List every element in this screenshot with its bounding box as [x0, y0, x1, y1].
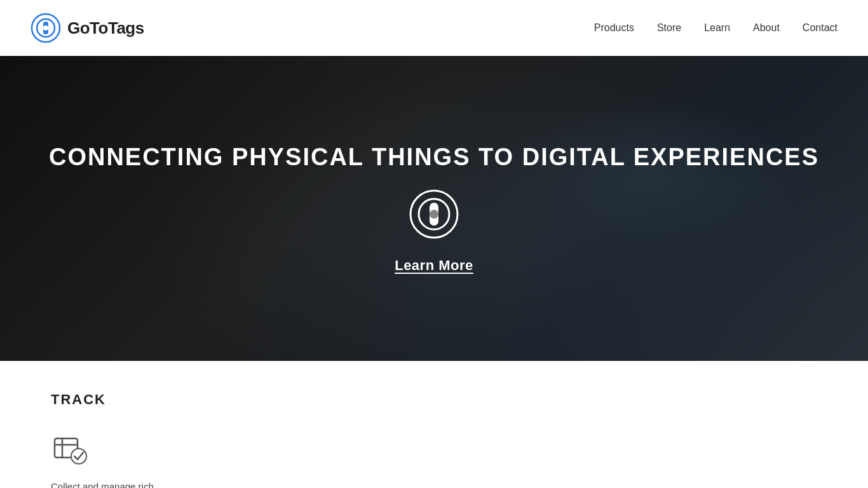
nav-links: Products Store Learn About Contact: [594, 22, 837, 34]
learn-more-link[interactable]: Learn More: [395, 257, 473, 274]
collect-text: Collect and manage rich: [51, 479, 267, 488]
nav-link-products[interactable]: Products: [594, 22, 634, 33]
nav-link-learn[interactable]: Learn: [704, 22, 730, 33]
hero-content: CONNECTING PHYSICAL THINGS TO DIGITAL EX…: [49, 144, 819, 274]
nav-item-contact[interactable]: Contact: [803, 22, 837, 34]
nav-item-learn[interactable]: Learn: [704, 22, 730, 34]
nav-link-contact[interactable]: Contact: [803, 22, 837, 33]
track-section-title: TRACK: [51, 391, 817, 408]
track-icon-wrap: [51, 428, 817, 469]
nav-link-about[interactable]: About: [753, 22, 780, 33]
svg-point-7: [430, 210, 438, 219]
hero-logo-icon: [409, 189, 459, 240]
logo-text: GoToTags: [67, 18, 144, 38]
hero-section: CONNECTING PHYSICAL THINGS TO DIGITAL EX…: [0, 56, 868, 361]
main-nav: GoToTags Products Store Learn About Cont…: [0, 0, 868, 56]
nav-item-store[interactable]: Store: [657, 22, 681, 34]
nav-item-products[interactable]: Products: [594, 22, 634, 34]
hero-title: CONNECTING PHYSICAL THINGS TO DIGITAL EX…: [49, 144, 819, 171]
svg-point-11: [71, 449, 86, 464]
track-icon: [51, 428, 89, 466]
logo[interactable]: GoToTags: [31, 13, 144, 43]
nav-item-about[interactable]: About: [753, 22, 780, 34]
below-hero-section: TRACK Collect and manage rich: [0, 361, 868, 488]
svg-point-3: [43, 25, 48, 30]
nav-link-store[interactable]: Store: [657, 22, 681, 33]
logo-icon: [31, 13, 61, 43]
